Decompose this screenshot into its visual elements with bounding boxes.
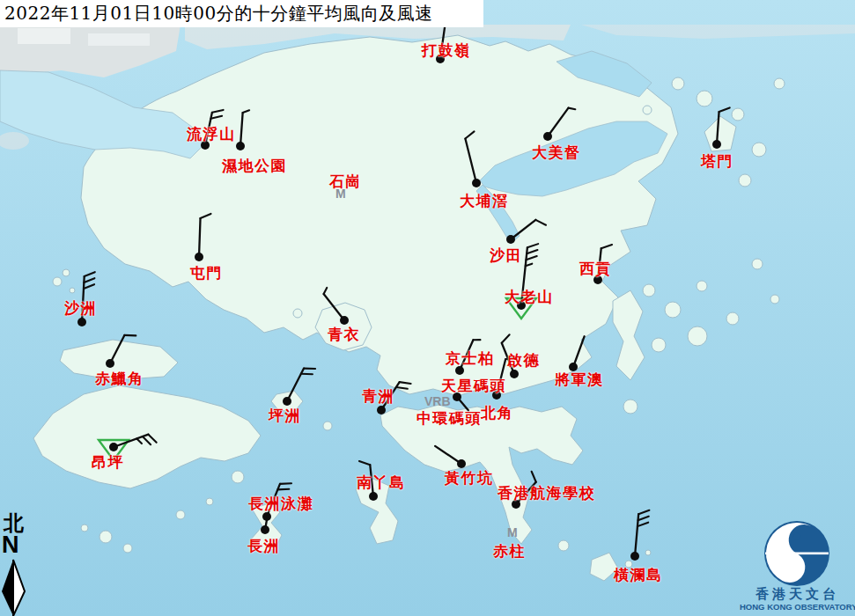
station-dot-icon [510, 370, 519, 378]
station-dot-icon [630, 552, 639, 561]
station-dot-icon [506, 235, 515, 244]
station-dot-icon [453, 392, 461, 401]
station-dot-icon [369, 492, 378, 501]
hko-logo-name-chinese: 香港天文台 [740, 586, 855, 603]
station-dot-icon [436, 55, 445, 63]
wind-map-screenshot: 打鼓嶺流浮山濕地公園石崗M大美督塔門大埔滘屯門沙洲沙田西貢大老山青衣赤鱲角京士柏… [0, 0, 855, 616]
station-dot-icon [472, 179, 481, 187]
station-dot-icon [593, 275, 602, 284]
station-dot-icon [457, 459, 466, 468]
station-dot-icon [543, 132, 552, 141]
wind-barb-tick-icon [277, 489, 289, 490]
station-dot-icon [712, 140, 721, 149]
station-dot-icon [109, 443, 118, 451]
station-dot-icon [455, 366, 464, 375]
wind-barb-shaft-icon [199, 218, 201, 257]
map-title: 2022年11月01日10時00分的十分鐘平均風向及風速 [0, 2, 433, 26]
hko-logo: 香港天文台 HONG KONG OBSERVATORY [740, 517, 855, 616]
north-label-letter: N [2, 533, 19, 557]
station-dot-icon [340, 316, 349, 325]
station-dot-icon [569, 363, 578, 371]
station-dot-icon [283, 397, 291, 406]
station-dot-icon [492, 391, 501, 400]
wind-barb-tick-icon [280, 483, 291, 484]
station-dot-icon [377, 406, 386, 414]
wind-barb-tick-icon [569, 108, 576, 110]
station-dot-icon [106, 359, 114, 368]
station-dot-icon [236, 142, 245, 150]
hong-kong-map [0, 0, 855, 616]
north-label-chinese: 北 [4, 512, 24, 532]
station-dot-icon [201, 141, 210, 150]
station-dot-icon [195, 253, 203, 261]
north-compass: 北 N [0, 512, 35, 616]
station-dot-icon [512, 500, 520, 509]
station-dot-icon [261, 525, 269, 534]
title-bar: 2022年11月01日10時00分的十分鐘平均風向及風速 [0, 0, 483, 27]
station-dot-icon [77, 318, 86, 326]
station-dot-icon [517, 301, 526, 310]
hko-logo-name-english: HONG KONG OBSERVATORY [740, 602, 855, 612]
